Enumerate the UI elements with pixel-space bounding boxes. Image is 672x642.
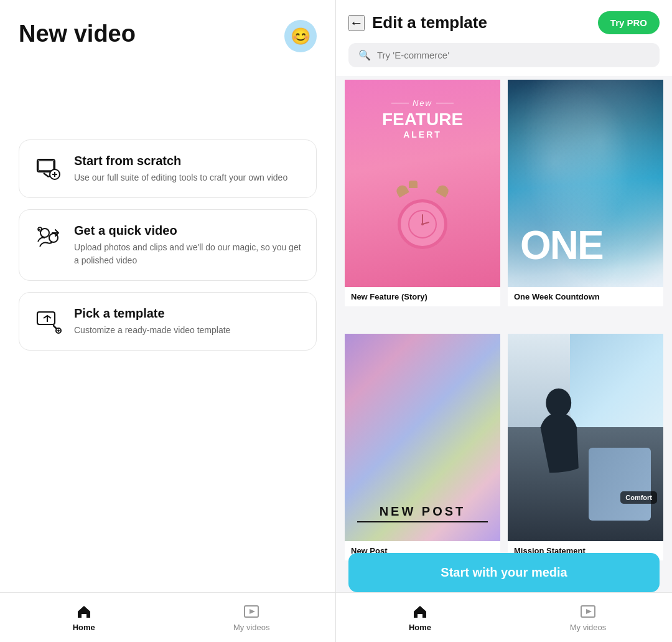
clock-decoration — [391, 181, 454, 249]
left-home-label: Home — [73, 623, 95, 632]
avatar[interactable]: 😊 — [284, 20, 317, 52]
option-scratch[interactable]: Start from scratch Use our full suite of… — [19, 139, 317, 198]
template-card-new-feature[interactable]: New FEATURE ALERT — [345, 80, 500, 326]
new-feature-thumb: New FEATURE ALERT — [345, 80, 500, 287]
right-nav-home[interactable]: Home — [336, 593, 504, 642]
try-pro-button[interactable]: Try PRO — [598, 11, 660, 34]
template-card-one-week[interactable]: ONE One Week Countdown — [508, 80, 663, 326]
one-week-name: One Week Countdown — [508, 287, 663, 306]
right-myvideos-label: My videos — [570, 623, 607, 632]
new-post-thumb: NEW POST — [345, 334, 500, 541]
template-icon — [34, 306, 63, 335]
template-desc: Customize a ready-made video template — [74, 324, 230, 336]
template-card-new-post[interactable]: NEW POST New Post — [345, 334, 500, 580]
start-media-button[interactable]: Start with your media — [348, 553, 660, 592]
right-bottom-nav: Home My videos — [336, 592, 672, 642]
options-list: Start from scratch Use our full suite of… — [0, 139, 335, 351]
left-nav-myvideos[interactable]: My videos — [168, 593, 336, 642]
template-card-mission[interactable]: Comfort Mission Statement — [508, 334, 663, 580]
right-panel: ← Edit a template Try PRO 🔍 New FEATURE … — [336, 0, 672, 642]
scratch-title: Start from scratch — [74, 154, 287, 168]
search-input[interactable] — [377, 50, 650, 60]
left-nav-home[interactable]: Home — [0, 593, 168, 642]
left-myvideos-label: My videos — [233, 623, 270, 632]
quick-title: Get a quick video — [74, 224, 301, 238]
scratch-desc: Use our full suite of editing tools to c… — [74, 171, 287, 184]
search-input-wrap[interactable]: 🔍 — [348, 43, 660, 67]
one-week-thumb: ONE — [508, 80, 663, 287]
search-bar: 🔍 — [336, 43, 672, 76]
scratch-card-text: Start from scratch Use our full suite of… — [74, 154, 287, 184]
quick-desc: Upload photos and clips and we'll do our… — [74, 241, 301, 267]
car-scene — [508, 334, 663, 541]
left-header: New video 😊 — [0, 0, 335, 52]
right-title: Edit a template — [372, 13, 590, 32]
person-silhouette — [531, 375, 586, 489]
right-nav-myvideos[interactable]: My videos — [504, 593, 672, 642]
template-title: Pick a template — [74, 306, 230, 321]
svg-rect-10 — [37, 312, 55, 324]
feature-overlay: New FEATURE ALERT — [345, 98, 500, 139]
page-title: New video — [19, 20, 136, 49]
left-bottom-nav: Home My videos — [0, 592, 335, 642]
one-week-text: ONE — [520, 222, 603, 268]
svg-line-2 — [44, 173, 49, 177]
option-quick[interactable]: Get a quick video Upload photos and clip… — [19, 209, 317, 281]
mission-thumb: Comfort — [508, 334, 663, 541]
right-header: ← Edit a template Try PRO — [336, 0, 672, 43]
quick-icon — [34, 224, 63, 252]
back-button[interactable]: ← — [348, 15, 365, 31]
new-feature-name: New Feature (Story) — [345, 287, 500, 306]
svg-rect-1 — [39, 161, 54, 171]
left-panel: New video 😊 Start from scratch Us — [0, 0, 336, 642]
search-icon: 🔍 — [358, 49, 371, 61]
right-home-label: Home — [409, 623, 431, 632]
newpost-text: NEW POST — [357, 504, 488, 522]
comfort-badge: Comfort — [620, 491, 657, 504]
quick-card-text: Get a quick video Upload photos and clip… — [74, 224, 301, 267]
newpost-overlay: NEW POST — [345, 504, 500, 522]
template-card-text: Pick a template Customize a ready-made v… — [74, 306, 230, 336]
scratch-icon — [34, 154, 63, 182]
svg-point-16 — [421, 223, 424, 225]
option-template[interactable]: Pick a template Customize a ready-made v… — [19, 292, 317, 351]
